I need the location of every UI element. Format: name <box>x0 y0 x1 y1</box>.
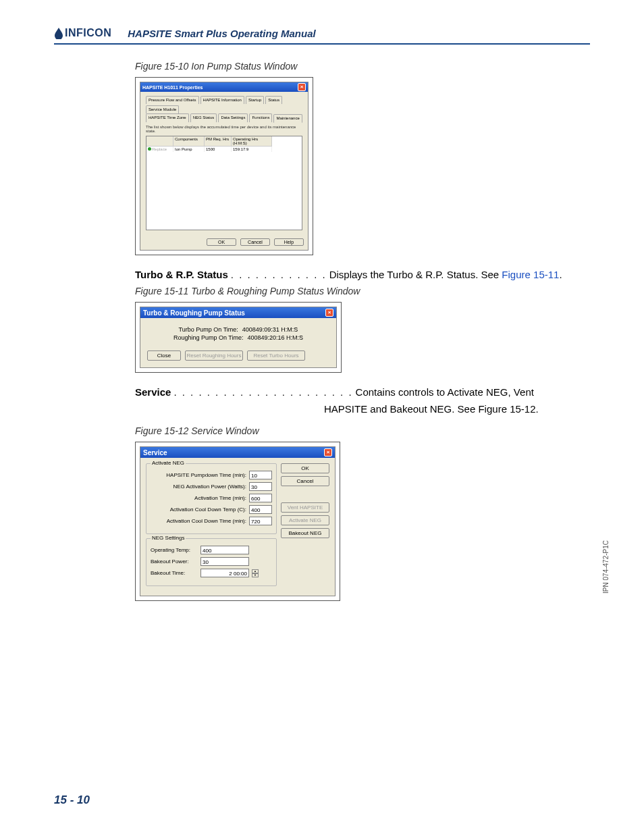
dialog-button-row: OK Cancel Help <box>140 236 308 246</box>
pumpdown-field: HAPSITE Pumpdown Time (min): 10 <box>151 471 272 479</box>
reset-turbo-button[interactable]: Reset Turbo Hours <box>247 350 305 361</box>
maintenance-info-text: The list shown below displays the accumu… <box>146 125 302 133</box>
tab-startup[interactable]: Startup <box>246 96 264 104</box>
bakeout-time-spinner[interactable]: ▲ ▼ <box>252 569 259 577</box>
reset-roughing-button[interactable]: Reset Roughing Hours <box>185 350 243 361</box>
activate-neg-button[interactable]: Activate NEG <box>281 515 329 525</box>
activation-time-label: Activation Time (min): <box>151 495 246 501</box>
tab-pressure-flow[interactable]: Pressure Flow and Offsets <box>146 96 199 104</box>
page-header: INFICON HAPSITE Smart Plus Operating Man… <box>54 27 590 45</box>
bakeout-time-input[interactable]: 2 00:00 <box>200 569 249 577</box>
turbo-desc: Displays the Turbo & R.P. Status. See Fi… <box>329 269 590 280</box>
operating-temp-label: Operating Temp: <box>151 547 198 553</box>
figure-15-11-caption: Figure 15-11 Turbo & Roughing Pump Statu… <box>135 286 590 296</box>
turbo-button-row: Close Reset Roughing Hours Reset Turbo H… <box>147 350 329 361</box>
activate-neg-fieldset: Activate NEG HAPSITE Pumpdown Time (min)… <box>146 463 277 534</box>
bakeout-time-field: Bakeout Time: 2 00:00 ▲ ▼ <box>151 569 272 577</box>
logo-text: INFICON <box>65 27 111 39</box>
service-label: Service <box>135 386 171 398</box>
tab-service-module[interactable]: Service Module <box>146 105 179 113</box>
hapsite-dialog-titlebar[interactable]: HAPSITE H1011 Properties × <box>140 82 308 92</box>
cooldown-temp-field: Activation Cool Down Temp (C): 400 <box>151 505 272 514</box>
tab-hapsite-info[interactable]: HAPSITE Information <box>200 96 244 104</box>
bakeout-power-field: Bakeout Power: 30 <box>151 557 272 566</box>
hapsite-properties-dialog: HAPSITE H1011 Properties × Pressure Flow… <box>140 82 308 251</box>
roughing-pump-row: Roughing Pump On Time: 400849:20:16 H:M:… <box>147 334 329 341</box>
tab-data-settings[interactable]: Data Settings <box>218 113 248 122</box>
dots: . . . . . . . . . . . . <box>228 269 329 280</box>
turbo-pump-label: Turbo Pump On Time: <box>179 326 238 333</box>
service-desc-line2: HAPSITE and Bakeout NEG. See Figure 15-1… <box>324 403 590 415</box>
service-right-buttons: OK Cancel Vent HAPSITE Activate NEG Bake… <box>281 463 329 590</box>
turbo-status-dialog: Turbo & Roughing Pump Status × Turbo Pum… <box>140 307 337 368</box>
pumpdown-label: HAPSITE Pumpdown Time (min): <box>151 472 246 478</box>
col-components: Components <box>173 136 205 147</box>
tabs-area: Pressure Flow and Offsets HAPSITE Inform… <box>146 96 302 122</box>
tab-timezone[interactable]: HAPSITE Time Zone <box>146 113 189 122</box>
close-icon[interactable]: × <box>324 448 332 457</box>
service-dialog-body: Activate NEG HAPSITE Pumpdown Time (min)… <box>140 458 335 596</box>
tab-maintenance[interactable]: Maintenance <box>273 114 302 123</box>
turbo-pump-value: 400849:09:31 H:M:S <box>242 326 298 333</box>
close-button[interactable]: Close <box>147 350 181 361</box>
col-empty <box>146 136 173 147</box>
component-cell: Ion Pump <box>173 147 205 152</box>
status-cell: Replace <box>146 147 173 152</box>
bakeout-neg-button[interactable]: Bakeout NEG <box>281 528 329 538</box>
ipn-text: IPN 074-472-P1C <box>602 540 610 594</box>
hapsite-dialog-title: HAPSITE H1011 Properties <box>142 85 203 90</box>
roughing-pump-value: 400849:20:16 H:M:S <box>248 334 304 341</box>
activation-time-field: Activation Time (min): 600 <box>151 494 272 502</box>
figure-15-12-caption: Figure 15-12 Service Window <box>135 425 590 436</box>
turbo-pump-row: Turbo Pump On Time: 400849:09:31 H:M:S <box>147 326 329 333</box>
operating-temp-input[interactable]: 400 <box>200 546 249 554</box>
cooldown-time-input[interactable]: 720 <box>249 517 272 525</box>
figure-15-12-link[interactable]: Figure 15-12 <box>478 403 535 415</box>
turbo-dialog-title: Turbo & Roughing Pump Status <box>143 309 245 317</box>
tab-functions[interactable]: Functions <box>249 113 272 122</box>
turbo-dialog-titlebar[interactable]: Turbo & Roughing Pump Status × <box>140 307 336 318</box>
pumpdown-input[interactable]: 10 <box>249 471 272 479</box>
chevron-down-icon[interactable]: ▼ <box>252 573 259 577</box>
activate-neg-legend: Activate NEG <box>151 460 186 466</box>
close-icon[interactable]: × <box>325 309 333 317</box>
bakeout-power-label: Bakeout Power: <box>151 558 198 565</box>
service-dialog-title: Service <box>143 449 167 457</box>
close-icon[interactable]: × <box>298 83 306 91</box>
ok-button[interactable]: OK <box>281 463 329 473</box>
cooldown-time-label: Activation Cool Down Time (min): <box>151 518 246 524</box>
activation-time-input[interactable]: 600 <box>249 494 272 502</box>
activation-power-input[interactable]: 30 <box>249 482 272 491</box>
service-dialog-titlebar[interactable]: Service × <box>140 447 335 458</box>
col-pm: PM Req. Hrs <box>205 136 232 147</box>
help-button[interactable]: Help <box>274 238 304 246</box>
status-dot-icon <box>148 147 151 151</box>
operating-temp-field: Operating Temp: 400 <box>151 546 272 554</box>
figure-15-12-box: Service × Activate NEG HAPSITE Pumpdown … <box>135 442 340 601</box>
cooldown-temp-input[interactable]: 400 <box>249 505 272 514</box>
cooldown-time-field: Activation Cool Down Time (min): 720 <box>151 517 272 525</box>
figure-15-11-link[interactable]: Figure 15-11 <box>502 269 559 280</box>
tab-status[interactable]: Status <box>265 96 282 104</box>
maintenance-table: Components PM Req. Hrs Operating Hrs (H:… <box>146 136 302 230</box>
bakeout-time-label: Bakeout Time: <box>151 570 198 576</box>
cancel-button[interactable]: Cancel <box>240 238 270 246</box>
op-cell: 159:17:9 <box>232 147 272 152</box>
figure-15-10-caption: Figure 15-10 Ion Pump Status Window <box>135 61 590 72</box>
vent-hapsite-button[interactable]: Vent HAPSITE <box>281 502 329 513</box>
page-number: 15 - 10 <box>54 793 90 807</box>
turbo-dialog-body: Turbo Pump On Time: 400849:09:31 H:M:S R… <box>140 318 336 367</box>
turbo-label: Turbo & R.P. Status <box>135 269 228 280</box>
turbo-rp-status-entry: Turbo & R.P. Status . . . . . . . . . . … <box>135 269 590 280</box>
page-body: INFICON HAPSITE Smart Plus Operating Man… <box>54 27 590 807</box>
activation-power-label: NEG Activation Power (Watts): <box>151 484 246 490</box>
table-row[interactable]: Replace Ion Pump 1500 159:17:9 <box>146 147 302 152</box>
dots: . . . . . . . . . . . . . . . . . . . . … <box>171 386 355 398</box>
bakeout-power-input[interactable]: 30 <box>200 557 249 566</box>
ok-button[interactable]: OK <box>207 238 236 246</box>
cancel-button[interactable]: Cancel <box>281 476 329 486</box>
roughing-pump-label: Roughing Pump On Time: <box>173 334 244 341</box>
table-header: Components PM Req. Hrs Operating Hrs (H:… <box>146 136 302 147</box>
logo-droplet-icon <box>54 27 63 39</box>
tab-neg-status[interactable]: NEG Status <box>190 113 217 122</box>
